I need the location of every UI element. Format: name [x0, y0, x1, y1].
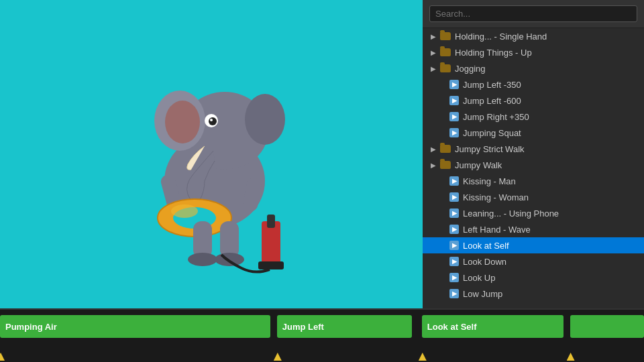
animation-icon: ▶	[449, 192, 459, 202]
list-item-label: Low Jump	[463, 289, 502, 299]
list-item-label: Jogging	[455, 64, 486, 74]
folder-icon	[440, 64, 451, 72]
svg-point-6	[209, 117, 217, 125]
timeline-tracks: Pumping AirJump LeftLook at Self	[0, 310, 644, 362]
chevron-icon: ▶	[429, 48, 437, 56]
search-input[interactable]	[429, 5, 637, 22]
list-item-label: Holding... - Single Hand	[455, 32, 547, 42]
list-item-jumpy-strict-walk[interactable]: ▶Jumpy Strict Walk	[423, 141, 644, 157]
list-item-jump-right-350[interactable]: ▶Jump Right +350	[423, 109, 644, 125]
svg-rect-18	[262, 221, 280, 268]
list-item-label: Look at Self	[463, 241, 509, 251]
timeline-block-label: Look at Self	[427, 322, 477, 332]
list-item-label: Jumpy Strict Walk	[455, 144, 525, 154]
list-item-jump-left-600[interactable]: ▶Jump Left -600	[423, 93, 644, 109]
svg-point-17	[215, 253, 244, 266]
svg-point-7	[210, 119, 213, 121]
animation-icon: ▶	[449, 257, 459, 266]
list-item-label: Look Down	[463, 257, 506, 267]
animation-icon: ▶	[449, 225, 459, 234]
list-item-label: Jump Right +350	[463, 112, 529, 122]
list-item-label: Kissing - Man	[463, 176, 516, 186]
list-item-jogging[interactable]: ▶Jogging	[423, 60, 644, 76]
animation-icon: ▶	[449, 80, 459, 89]
timeline-block-trail[interactable]	[570, 315, 644, 338]
animation-icon: ▶	[449, 289, 459, 298]
svg-rect-16	[220, 221, 239, 258]
timeline-marker-marker-4	[567, 353, 575, 361]
list-item-low-jump[interactable]: ▶Low Jump	[423, 286, 644, 302]
list-item-jump-left-350[interactable]: ▶Jump Left -350	[423, 76, 644, 93]
list-item-holding-single[interactable]: ▶Holding... - Single Hand	[423, 28, 644, 44]
timeline-marker-marker-2	[274, 353, 282, 361]
svg-rect-20	[258, 261, 284, 269]
list-item-label: Left Hand - Wave	[463, 225, 531, 235]
list-item-jumping-squat[interactable]: ▶Jumping Squat	[423, 125, 644, 141]
list-item-label: Jump Left -600	[463, 96, 521, 106]
folder-icon	[440, 48, 451, 56]
animation-icon: ▶	[449, 96, 459, 105]
chevron-icon: ▶	[429, 64, 437, 72]
chevron-icon: ▶	[429, 145, 437, 153]
list-item-label: Jump Left -350	[463, 80, 521, 90]
animation-icon: ▶	[449, 273, 459, 282]
folder-icon	[440, 145, 451, 153]
list-item-holding-things-up[interactable]: ▶Holding Things - Up	[423, 44, 644, 60]
animation-icon: ▶	[449, 176, 459, 186]
list-item-kissing-woman[interactable]: ▶Kissing - Woman	[423, 189, 644, 205]
svg-point-15	[188, 253, 217, 266]
list-item-label: Jumping Squat	[463, 128, 521, 138]
folder-icon	[440, 32, 451, 40]
timeline-block-label: Jump Left	[282, 322, 324, 332]
animation-panel: ▶Holding... - Single Hand▶Holding Things…	[423, 0, 644, 308]
list-item-kissing-man[interactable]: ▶Kissing - Man	[423, 173, 644, 189]
list-item-look-at-self[interactable]: ▶Look at Self	[423, 237, 644, 253]
animation-icon: ▶	[449, 241, 459, 250]
list-item-look-up[interactable]: ▶Look Up	[423, 269, 644, 286]
animation-icon: ▶	[449, 112, 459, 121]
timeline-block-look-at-self[interactable]: Look at Self	[422, 315, 564, 338]
list-item-left-hand-wave[interactable]: ▶Left Hand - Wave	[423, 221, 644, 237]
timeline-area: Pumping AirJump LeftLook at Self	[0, 308, 644, 362]
list-item-label: Jumpy Walk	[455, 160, 502, 170]
svg-rect-14	[193, 221, 212, 258]
animation-icon: ▶	[449, 128, 459, 137]
svg-point-13	[171, 204, 198, 218]
chevron-icon: ▶	[429, 32, 437, 40]
character-illustration	[121, 40, 309, 282]
svg-point-3	[165, 101, 200, 143]
list-item-look-down[interactable]: ▶Look Down	[423, 253, 644, 269]
folder-icon	[440, 161, 451, 169]
svg-rect-19	[267, 215, 275, 228]
svg-point-4	[245, 94, 285, 145]
list-item-jumpy-walk[interactable]: ▶Jumpy Walk	[423, 157, 644, 173]
timeline-marker-marker-3	[419, 353, 427, 361]
list-item-label: Kissing - Woman	[463, 192, 529, 202]
timeline-block-label: Pumping Air	[5, 322, 57, 332]
animation-icon: ▶	[449, 208, 459, 218]
list-item-label: Holding Things - Up	[455, 48, 532, 58]
search-bar	[423, 0, 644, 28]
timeline-block-pumping-air[interactable]: Pumping Air	[0, 315, 270, 338]
timeline-marker-marker-1	[0, 353, 5, 361]
list-item-leaning-phone[interactable]: ▶Leaning... - Using Phone	[423, 205, 644, 221]
list-item-label: Look Up	[463, 273, 495, 283]
list-item-label: Leaning... - Using Phone	[463, 208, 559, 219]
timeline-block-jump-left[interactable]: Jump Left	[277, 315, 413, 338]
chevron-icon: ▶	[429, 161, 437, 169]
canvas-area	[0, 0, 423, 308]
animation-list: ▶Holding... - Single Hand▶Holding Things…	[423, 28, 644, 308]
